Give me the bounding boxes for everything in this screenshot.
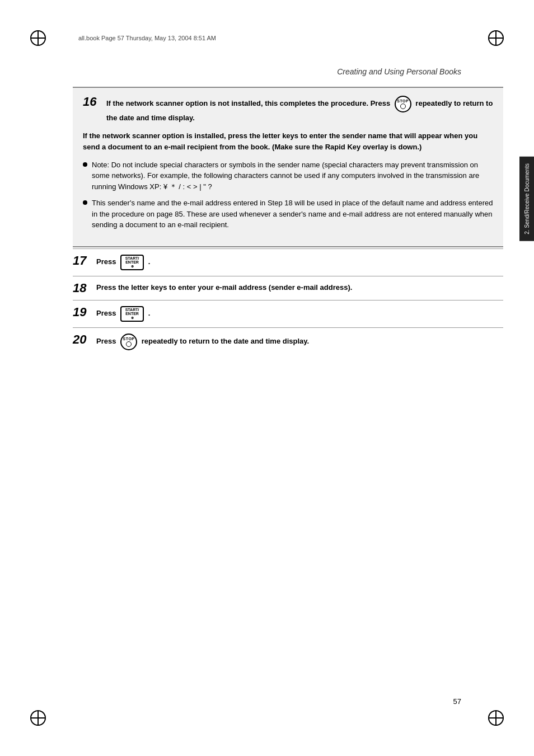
step-16-box: 16 If the network scanner option is not … <box>73 87 503 247</box>
bullet-item-2: This sender's name and the e-mail addres… <box>83 198 493 231</box>
stop-icon-20: STOP <box>120 334 137 350</box>
crosshair-top-right <box>488 30 504 46</box>
step-19-row: 19 Press START/ ENTER ⊕ . <box>73 300 503 327</box>
step-16-header: 16 If the network scanner option is not … <box>83 96 493 124</box>
step-16-bullets: Note: Do not include special characters … <box>83 159 493 231</box>
stop-icon-16: STOP <box>395 96 411 112</box>
bullet-item-1: Note: Do not include special characters … <box>83 159 493 192</box>
bullet-text-2: This sender's name and the e-mail addres… <box>92 198 493 231</box>
step-20-number: 20 <box>73 334 91 346</box>
step-16-body: If the network scanner option is install… <box>83 130 493 153</box>
step-16-header-content: If the network scanner option is not ins… <box>106 96 493 124</box>
step-18-row: 18 Press the letter keys to enter your e… <box>73 276 503 300</box>
crosshair-bottom-left <box>30 710 46 726</box>
step-17-row: 17 Press START/ ENTER ⊕ . <box>73 248 503 276</box>
step-16-number: 16 <box>83 96 101 108</box>
step-17-content: Press START/ ENTER ⊕ . <box>96 255 503 270</box>
step-17-number: 17 <box>73 255 91 267</box>
step-19-number: 19 <box>73 306 91 318</box>
page-number: 57 <box>453 697 461 706</box>
file-info: all.book Page 57 Thursday, May 13, 2004 … <box>78 35 216 41</box>
crosshair-top-left <box>30 30 46 46</box>
sidebar-section-tab: 2. Send/Receive Documents <box>519 157 534 241</box>
start-enter-icon-17: START/ ENTER ⊕ <box>120 255 144 270</box>
bullet-dot-2 <box>83 200 87 205</box>
bullet-text-1: Note: Do not include special characters … <box>92 159 493 192</box>
page-title: Creating and Using Personal Books <box>337 67 461 76</box>
step-19-content: Press START/ ENTER ⊕ . <box>96 306 503 322</box>
start-enter-icon-19: START/ ENTER ⊕ <box>120 306 144 322</box>
step-18-number: 18 <box>73 282 91 294</box>
step-20-row: 20 Press STOP repeatedly to return to th… <box>73 327 503 356</box>
step-18-content: Press the letter keys to enter your e-ma… <box>96 282 503 293</box>
main-content: 16 If the network scanner option is not … <box>73 87 503 683</box>
crosshair-bottom-right <box>488 710 504 726</box>
step-20-content: Press STOP repeatedly to return to the d… <box>96 334 503 350</box>
bullet-dot-1 <box>83 162 87 167</box>
